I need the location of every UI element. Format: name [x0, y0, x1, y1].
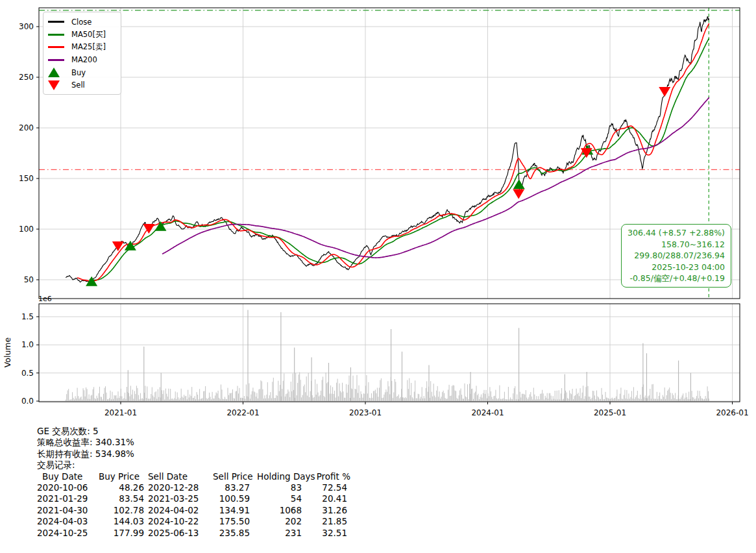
trade-log-title: 交易记录:	[37, 460, 354, 471]
col-holding-days: Holding Days	[257, 471, 308, 482]
sell-date: 2024-10-22	[144, 516, 213, 527]
price-tick-label: 150	[19, 174, 34, 183]
legend: Close MA50[买] MA25[卖] MA200 Buy Sell	[43, 12, 121, 95]
sell-price: 235.85	[213, 528, 257, 539]
date-tick-label: 2022-01	[226, 408, 259, 417]
date-tick-label: 2024-01	[471, 408, 504, 417]
strategy-stats: GE 交易次数: 5 策略总收益率: 340.31% 长期持有收益: 534.9…	[37, 426, 354, 539]
sell-price: 83.27	[213, 482, 257, 493]
profit-pct: 20.41	[308, 493, 354, 504]
volume-multiplier-label: 1e6	[38, 295, 52, 303]
ma25-line	[77, 23, 709, 281]
holding-days: 54	[257, 493, 308, 504]
legend-item-ma25: MA25[卖]	[48, 41, 116, 54]
price-tick-label: 100	[19, 225, 34, 234]
date-tick-label: 2026-01	[716, 408, 748, 417]
legend-item-ma50: MA50[买]	[48, 29, 116, 42]
buy-date: 2021-01-29	[37, 493, 99, 504]
col-profit: Profit %	[308, 471, 354, 482]
volume-tick-label: 0.5	[21, 369, 34, 378]
sell-price: 100.59	[213, 493, 257, 504]
sell-price: 134.91	[213, 505, 257, 516]
annotation-date-line: 2025-10-23 04:00	[628, 262, 725, 273]
trade-row: 2024-10-25177.992025-06-13235.8523132.51	[37, 528, 354, 539]
sell-date: 2021-03-25	[144, 493, 213, 504]
trade-row: 2024-04-03144.032024-10-22175.5020221.85	[37, 516, 354, 527]
legend-item-buy: Buy	[48, 66, 116, 79]
sell-date: 2020-12-28	[144, 482, 213, 493]
volume-tick-label: 0.0	[21, 397, 34, 406]
buy-marker	[125, 241, 136, 251]
sell-date: 2024-04-02	[144, 505, 213, 516]
volume-bars	[66, 373, 709, 402]
figure: 501001502002503000.00.51.01.52021-012022…	[0, 0, 756, 553]
holding-days: 83	[257, 482, 308, 493]
col-buy-price: Buy Price	[99, 471, 144, 482]
hold-return-line: 长期持有收益: 534.98%	[37, 449, 354, 460]
trade-table-header: Buy DateBuy PriceSell DateSell PriceHold…	[37, 471, 354, 482]
profit-pct: 21.85	[308, 516, 354, 527]
annotation-ma-line: 299.80/288.07/236.94	[628, 250, 725, 262]
close-line	[66, 17, 709, 282]
profit-pct: 32.51	[308, 528, 354, 539]
trade-count-line: GE 交易次数: 5	[37, 426, 354, 437]
volume-axis-label: Volume	[3, 337, 12, 367]
buy-price: 102.78	[99, 505, 144, 516]
sell-marker	[659, 87, 670, 97]
profit-pct: 72.54	[308, 482, 354, 493]
profit-pct: 31.26	[308, 505, 354, 516]
price-tick-label: 250	[19, 73, 34, 82]
legend-label: MA50[买]	[71, 30, 106, 40]
volume-tick-label: 1.0	[21, 340, 34, 349]
legend-label: MA25[卖]	[71, 42, 106, 52]
date-tick-label: 2021-01	[104, 408, 137, 417]
legend-item-close: Close	[48, 16, 116, 29]
legend-label: Sell	[71, 80, 85, 90]
sell-price: 175.50	[213, 516, 257, 527]
price-tick-label: 50	[24, 275, 34, 284]
buy-date: 2020-10-06	[37, 482, 99, 493]
annotation-range-line: 158.70~316.12	[628, 239, 725, 251]
col-sell-date: Sell Date	[144, 471, 213, 482]
price-tick-label: 300	[19, 22, 34, 31]
buy-date: 2021-04-30	[37, 505, 99, 516]
date-tick-label: 2025-01	[594, 408, 626, 417]
col-sell-price: Sell Price	[213, 471, 257, 482]
buy-date: 2024-04-03	[37, 516, 99, 527]
volume-tick-label: 1.5	[21, 312, 34, 321]
sell-date: 2025-06-13	[144, 528, 213, 539]
trade-row: 2020-10-0648.262020-12-2883.278372.54	[37, 482, 354, 493]
trade-row: 2021-04-30102.782024-04-02134.91106831.2…	[37, 505, 354, 516]
ma25-line-swatch	[48, 46, 67, 48]
buy-marker-icon	[48, 68, 67, 77]
buy-price: 177.99	[99, 528, 144, 539]
annotation-signal-line: -0.85/偏空/+0.48/+0.19	[628, 273, 725, 284]
legend-item-sell: Sell	[48, 79, 116, 92]
buy-price: 83.54	[99, 493, 144, 504]
quote-annotation-box: 306.44 (+8.57 +2.88%) 158.70~316.12 299.…	[621, 224, 731, 288]
holding-days: 231	[257, 528, 308, 539]
trade-row: 2021-01-2983.542021-03-25100.595420.41	[37, 493, 354, 504]
legend-item-ma200: MA200	[48, 54, 116, 67]
sell-marker-icon	[48, 80, 67, 90]
buy-date: 2024-10-25	[37, 528, 99, 539]
ma50-line-swatch	[48, 34, 67, 36]
legend-label: Close	[71, 18, 91, 27]
col-buy-date: Buy Date	[37, 471, 99, 482]
ma200-line-swatch	[48, 59, 67, 61]
strategy-return-line: 策略总收益率: 340.31%	[37, 437, 354, 448]
legend-label: MA200	[71, 55, 97, 64]
close-line-swatch	[48, 21, 67, 23]
date-tick-label: 2023-01	[349, 408, 382, 417]
sell-marker	[513, 190, 524, 199]
holding-days: 202	[257, 516, 308, 527]
holding-days: 1068	[257, 505, 308, 516]
price-tick-label: 200	[19, 123, 34, 132]
annotation-price-line: 306.44 (+8.57 +2.88%)	[628, 227, 725, 239]
buy-price: 48.26	[99, 482, 144, 493]
sell-marker	[112, 241, 124, 251]
legend-label: Buy	[71, 68, 86, 77]
buy-price: 144.03	[99, 516, 144, 527]
